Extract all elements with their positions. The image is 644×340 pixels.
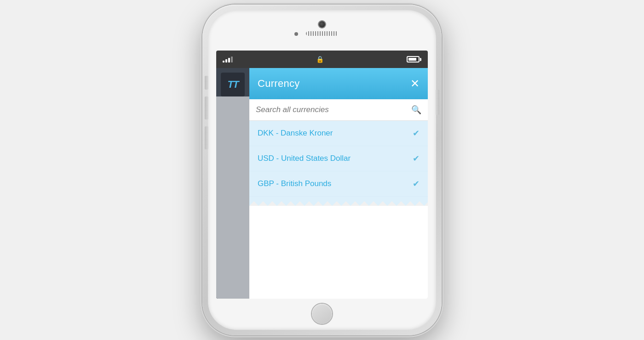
signal-bar-4 — [231, 57, 233, 62]
currency-list: DKK - Danske Kroner ✔ USD - United State… — [249, 121, 428, 299]
currency-label-usd: USD - United States Dollar — [258, 154, 351, 163]
currency-item-gbp[interactable]: GBP - British Pounds ✔ — [249, 171, 428, 197]
app-header: Currency ✕ — [249, 68, 428, 99]
speaker — [306, 31, 338, 36]
check-icon-usd: ✔ — [413, 153, 420, 164]
signal-bar-1 — [223, 61, 224, 62]
phone-screen: 🔒 TT Currency ✕ — [216, 51, 428, 299]
currency-item-dkk[interactable]: DKK - Danske Kroner ✔ — [249, 121, 428, 146]
currency-label-dkk: DKK - Danske Kroner — [258, 129, 333, 138]
battery-body — [407, 56, 420, 62]
logo-text: TT — [228, 79, 238, 91]
search-icon: 🔍 — [411, 105, 421, 115]
app-sidebar: TT — [216, 68, 249, 299]
app-main: Currency ✕ 🔍 DKK - Danske Kroner ✔ USD - — [249, 68, 428, 299]
sidebar-gray-area — [216, 96, 249, 299]
phone-device: 🔒 TT Currency ✕ — [202, 5, 442, 335]
volume-down-button[interactable] — [205, 126, 208, 149]
header-title: Currency — [258, 78, 300, 90]
mute-button[interactable] — [205, 76, 208, 90]
currency-label-gbp: GBP - British Pounds — [258, 179, 331, 188]
signal-bar-3 — [228, 58, 230, 62]
sidebar-logo: TT — [221, 73, 245, 96]
power-button[interactable] — [436, 90, 439, 115]
signal-bar-2 — [225, 59, 227, 62]
battery-icon — [407, 56, 421, 62]
close-button[interactable]: ✕ — [410, 78, 420, 89]
search-area: 🔍 — [249, 99, 428, 121]
check-icon-gbp: ✔ — [413, 179, 420, 189]
camera — [319, 21, 325, 28]
list-bottom-decoration — [249, 197, 428, 206]
signal-icon — [223, 57, 233, 62]
zigzag-svg — [249, 197, 428, 206]
currency-item-usd[interactable]: USD - United States Dollar ✔ — [249, 146, 428, 171]
volume-up-button[interactable] — [205, 96, 208, 119]
lock-icon: 🔒 — [316, 56, 324, 63]
home-button[interactable] — [312, 304, 332, 324]
status-bar: 🔒 — [216, 51, 428, 68]
check-icon-dkk: ✔ — [413, 128, 420, 138]
app-content: TT Currency ✕ 🔍 DKK — [216, 68, 428, 299]
battery-tip — [420, 58, 421, 61]
battery-fill — [408, 58, 416, 61]
search-input[interactable] — [256, 105, 408, 114]
front-sensor — [294, 32, 298, 36]
